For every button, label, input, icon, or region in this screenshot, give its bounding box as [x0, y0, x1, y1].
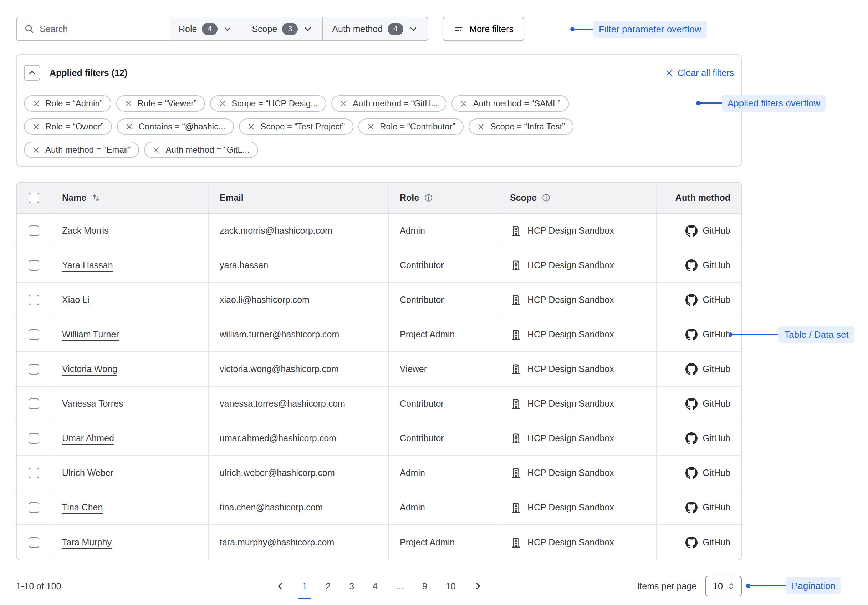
- user-name-link[interactable]: Tara Murphy: [62, 537, 112, 548]
- row-select-cell: [17, 283, 51, 317]
- filter-group: Role 4 Scope 3 Auth method 4: [16, 17, 428, 41]
- row-checkbox[interactable]: [28, 537, 39, 548]
- filter-dropdown[interactable]: Scope 3: [242, 17, 322, 40]
- table-row: Xiao Li xiao.li@hashicorp.com Contributo…: [17, 283, 741, 318]
- org-building-icon: [510, 467, 522, 479]
- auth-method-cell: GitHub: [656, 214, 741, 248]
- auth-method-cell: GitHub: [656, 490, 741, 524]
- applied-filter-chip[interactable]: Role = “Viewer”: [116, 95, 205, 112]
- sort-arrows-icon[interactable]: [91, 193, 101, 203]
- applied-filter-chip[interactable]: Scope = “Test Project”: [239, 118, 353, 135]
- collapse-toggle-button[interactable]: [24, 65, 40, 81]
- name-cell: Vanessa Torres: [51, 387, 208, 420]
- scope-label: HCP Design Sandbox: [527, 329, 614, 340]
- email-cell: vanessa.torres@hashicorp.com: [208, 387, 388, 420]
- filter-bar: Role 4 Scope 3 Auth method 4 More filter…: [16, 17, 524, 41]
- applied-filter-chip[interactable]: Auth method = “SAML”: [451, 95, 569, 112]
- header-name[interactable]: Name: [51, 183, 208, 213]
- next-page-button[interactable]: [473, 581, 483, 591]
- applied-filter-chip[interactable]: Scope = “Infra Test”: [469, 118, 574, 135]
- close-icon[interactable]: [340, 100, 347, 107]
- close-icon[interactable]: [219, 100, 226, 107]
- page-number-list: 1234…910: [301, 581, 457, 591]
- row-checkbox[interactable]: [28, 260, 39, 271]
- row-checkbox[interactable]: [28, 468, 39, 478]
- annotation-dot: [746, 583, 750, 588]
- close-icon[interactable]: [33, 146, 40, 154]
- row-checkbox[interactable]: [28, 329, 39, 340]
- filter-dropdown[interactable]: Auth method 4: [322, 17, 428, 40]
- row-checkbox[interactable]: [28, 433, 39, 444]
- annotation-pagination: Pagination: [746, 577, 841, 594]
- user-name-link[interactable]: Xiao Li: [62, 295, 89, 305]
- close-icon[interactable]: [367, 123, 374, 130]
- name-cell: Ulrich Weber: [51, 456, 208, 490]
- close-icon[interactable]: [33, 100, 40, 107]
- user-name-link[interactable]: Vanessa Torres: [62, 399, 123, 409]
- header-email-label: Email: [220, 192, 243, 203]
- user-name-link[interactable]: William Turner: [62, 329, 119, 340]
- applied-filter-chip[interactable]: Role = “Contributor”: [358, 118, 463, 135]
- page-number-button[interactable]: 9: [421, 581, 429, 591]
- page-number-button[interactable]: 3: [348, 581, 355, 591]
- applied-filter-chip[interactable]: Scope = “HCP Desig...: [210, 95, 326, 112]
- applied-filters-title: Applied filters (12): [50, 68, 127, 78]
- row-checkbox[interactable]: [28, 364, 39, 375]
- applied-filter-chip-label: Auth method = “GitH...: [353, 98, 438, 109]
- page-number-button[interactable]: 2: [324, 581, 332, 591]
- close-icon[interactable]: [126, 123, 133, 130]
- applied-filter-chip[interactable]: Role = “Owner”: [24, 118, 112, 135]
- search-input[interactable]: [40, 24, 161, 34]
- close-icon[interactable]: [477, 123, 485, 130]
- header-role-label: Role: [400, 192, 419, 203]
- previous-page-button[interactable]: [275, 581, 285, 591]
- user-name-link[interactable]: Yara Hassan: [62, 260, 113, 270]
- applied-filter-chip[interactable]: Auth method = “GitH...: [331, 95, 446, 112]
- role-cell: Admin: [388, 456, 499, 490]
- close-icon[interactable]: [33, 123, 40, 130]
- row-checkbox[interactable]: [28, 399, 39, 409]
- clear-all-filters-link[interactable]: Clear all filters: [665, 68, 734, 78]
- close-icon[interactable]: [125, 100, 132, 107]
- pagination: 1234…910: [275, 581, 482, 591]
- applied-filter-chip[interactable]: Auth method = “Email”: [24, 142, 139, 158]
- applied-filter-chip[interactable]: Auth method = “GitL...: [144, 142, 258, 158]
- name-cell: Tara Murphy: [51, 525, 208, 560]
- select-all-checkbox[interactable]: [28, 192, 39, 203]
- info-icon[interactable]: [541, 193, 551, 203]
- auth-method-label: GitHub: [702, 537, 730, 548]
- applied-filter-chip[interactable]: Contains = “@hashic...: [117, 118, 234, 135]
- more-filters-button[interactable]: More filters: [443, 17, 524, 41]
- page-number-button[interactable]: 10: [444, 581, 457, 591]
- filter-count-badge: 3: [282, 23, 298, 35]
- user-name-link[interactable]: Victoria Wong: [62, 364, 117, 374]
- user-name-link[interactable]: Zack Morris: [62, 225, 109, 236]
- page-number-button[interactable]: 4: [371, 581, 379, 591]
- scope-label: HCP Design Sandbox: [527, 225, 614, 236]
- page-number-button[interactable]: 1: [301, 581, 308, 591]
- table-footer: 1-10 of 100 1234…910 Items per page 10: [16, 574, 742, 599]
- applied-filter-chip-label: Auth method = “GitL...: [166, 145, 249, 155]
- table-row: Victoria Wong victoria.wong@hashicorp.co…: [17, 352, 741, 387]
- info-icon[interactable]: [424, 193, 433, 203]
- name-cell: Yara Hassan: [51, 248, 208, 282]
- user-name-link[interactable]: Ulrich Weber: [62, 468, 113, 478]
- filter-dropdown[interactable]: Role 4: [169, 17, 242, 40]
- items-per-page-select[interactable]: 10: [705, 576, 742, 596]
- auth-method-cell: GitHub: [656, 387, 741, 420]
- user-name-link[interactable]: Umar Ahmed: [62, 433, 114, 444]
- scope-cell: HCP Design Sandbox: [499, 421, 656, 455]
- row-select-cell: [17, 456, 51, 490]
- row-checkbox[interactable]: [28, 225, 39, 236]
- close-icon[interactable]: [248, 123, 255, 130]
- scope-cell: HCP Design Sandbox: [499, 352, 656, 386]
- applied-filter-chip[interactable]: Role = “Admin”: [24, 95, 111, 112]
- chevron-down-icon: [408, 24, 418, 34]
- close-icon[interactable]: [460, 100, 468, 107]
- github-icon: [685, 225, 698, 237]
- close-icon[interactable]: [153, 146, 160, 154]
- row-checkbox[interactable]: [28, 295, 39, 306]
- row-checkbox[interactable]: [28, 502, 39, 513]
- annotation-label: Table / Data set: [778, 326, 854, 343]
- user-name-link[interactable]: Tina Chen: [62, 502, 103, 513]
